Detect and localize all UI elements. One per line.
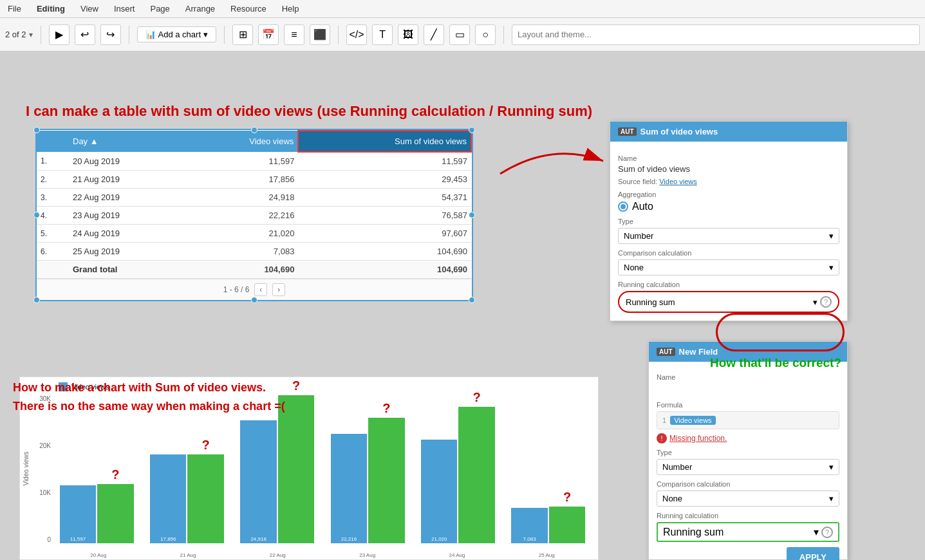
table-row: 6. 25 Aug 2019 7,083 104,690 [37, 243, 471, 261]
row-day: 24 Aug 2019 [69, 225, 185, 243]
bar-blue: 21,020 [421, 440, 457, 543]
nf-type-select[interactable]: Number ▾ [657, 459, 839, 475]
apply-button[interactable]: APPLY [787, 547, 839, 560]
auto-radio[interactable] [618, 201, 628, 212]
menu-help[interactable]: Help [279, 3, 302, 15]
toolbar-divider-4 [338, 26, 339, 44]
nf-comparison-select[interactable]: None ▾ [657, 490, 839, 507]
text-button[interactable]: T [372, 24, 393, 45]
rect-button[interactable]: ▭ [449, 24, 470, 45]
table-row: 4. 23 Aug 2019 22,216 76,587 [37, 207, 471, 225]
table-row: 5. 24 Aug 2019 21,020 97,607 [37, 225, 471, 243]
nf-running-value: Running sum [663, 527, 724, 538]
nf-help-icon[interactable]: ? [821, 527, 833, 538]
handle-tr[interactable] [469, 127, 475, 133]
table-widget[interactable]: Day ▲ Video views Sum of video views 1. … [35, 129, 473, 301]
calendar-button[interactable]: 📅 [258, 24, 279, 45]
sum-panel-header: AUT Sum of video views [610, 122, 847, 142]
bar-blue: 17,856 [150, 454, 186, 543]
menu-insert[interactable]: Insert [111, 3, 138, 15]
nf-running-select[interactable]: Running sum ▾ ? [657, 522, 839, 542]
help-icon[interactable]: ? [820, 296, 832, 308]
row-views: 11,597 [185, 152, 298, 171]
handle-tl[interactable] [33, 127, 40, 133]
auto-radio-row: Auto [618, 201, 839, 212]
handle-ml[interactable] [33, 212, 40, 218]
x-axis-label: 22 Aug [233, 552, 322, 558]
data-table: Day ▲ Video views Sum of video views 1. … [37, 130, 472, 279]
row-sum: 54,371 [298, 189, 471, 207]
running-calc-value: Running sum [626, 297, 675, 307]
prev-page-button[interactable]: ‹ [254, 283, 267, 296]
layout-theme-input[interactable] [512, 24, 920, 45]
error-icon: ! [657, 433, 667, 443]
toolbar-divider-3 [224, 26, 225, 44]
sum-panel-title: Sum of video views [640, 127, 718, 136]
sort-button[interactable]: ⬛ [310, 24, 330, 45]
next-page-button[interactable]: › [272, 283, 285, 296]
bar-group: 21,020 ? [415, 395, 501, 543]
bar-green: ? [549, 507, 585, 544]
redo-button[interactable]: ↪ [100, 24, 121, 45]
aut-tag: AUT [618, 127, 637, 136]
new-field-panel: AUT New Field Name Formula 1 Video views… [648, 341, 848, 560]
grid-button[interactable]: ⊞ [232, 24, 253, 45]
type-select[interactable]: Number ▾ [618, 228, 839, 244]
circle-button[interactable]: ○ [475, 24, 496, 45]
code-button[interactable]: </> [346, 24, 367, 45]
table-row: 3. 22 Aug 2019 24,918 54,371 [37, 189, 471, 207]
page-dropdown-arrow[interactable]: ▾ [29, 30, 33, 39]
menu-resource[interactable]: Resource [228, 3, 269, 15]
question-mark: ? [382, 401, 390, 416]
row-num: 4. [37, 207, 69, 225]
row-day: 22 Aug 2019 [69, 189, 185, 207]
running-dropdown-arrow: ▾ [813, 297, 818, 307]
y-axis-title: Video views [23, 451, 30, 485]
source-field-link[interactable]: Video views [659, 178, 697, 185]
handle-mr[interactable] [469, 212, 475, 218]
filter-button[interactable]: ≡ [284, 24, 304, 45]
x-axis-labels: 20 Aug21 Aug22 Aug23 Aug24 Aug25 Aug [53, 552, 592, 558]
menu-editing[interactable]: Editing [34, 3, 68, 15]
x-axis-label: 23 Aug [322, 552, 412, 558]
menu-arrange[interactable]: Arrange [183, 3, 218, 15]
line-button[interactable]: ╱ [424, 24, 444, 45]
formula-num: 1 [662, 416, 666, 424]
menu-page[interactable]: Page [147, 3, 172, 15]
bar-group: 7,083 ? [505, 395, 592, 543]
undo-button[interactable]: ↩ [75, 24, 95, 45]
nf-name-input-area [657, 383, 839, 396]
menu-file[interactable]: File [5, 3, 24, 15]
add-chart-button[interactable]: 📊 Add a chart ▾ [137, 26, 217, 42]
y-label-20k: 20K [33, 442, 51, 449]
bar-blue-label: 21,020 [431, 536, 447, 542]
canvas-area: I can make a table with sum of video vie… [0, 51, 925, 560]
handle-bm[interactable] [251, 297, 257, 303]
formula-box[interactable]: 1 Video views [657, 411, 839, 429]
bar-green: ? [187, 454, 223, 543]
row-day: 23 Aug 2019 [69, 207, 185, 225]
image-button[interactable]: 🖼 [398, 24, 418, 45]
source-field-label: Source field: Video views [618, 178, 839, 185]
bar-blue-label: 7,083 [523, 536, 536, 542]
handle-bl[interactable] [33, 297, 40, 303]
row-sum: 104,690 [298, 243, 471, 261]
bar-group: 22,216 ? [324, 395, 411, 543]
select-tool-button[interactable]: ▶ [49, 24, 70, 45]
question-mark: ? [563, 490, 571, 505]
row-views: 21,020 [185, 225, 298, 243]
bar-group: 17,856 ? [144, 395, 230, 543]
nf-comparison-arrow: ▾ [829, 494, 834, 503]
handle-br[interactable] [469, 297, 475, 303]
handle-tm[interactable] [251, 127, 257, 133]
y-axis-labels: 30K 20K 10K 0 [33, 395, 51, 543]
error-text: Missing function. [669, 434, 727, 443]
toolbar-divider-5 [503, 26, 504, 44]
comparison-select[interactable]: None ▾ [618, 259, 839, 275]
comparison-dropdown-arrow: ▾ [829, 263, 834, 272]
table-row: 2. 21 Aug 2019 17,856 29,453 [37, 171, 471, 189]
aggregation-label: Aggregation [618, 191, 839, 198]
menu-view[interactable]: View [78, 3, 101, 15]
running-calc-select[interactable]: Running sum ▾ ? [618, 291, 839, 313]
bar-blue: 11,597 [60, 485, 96, 543]
